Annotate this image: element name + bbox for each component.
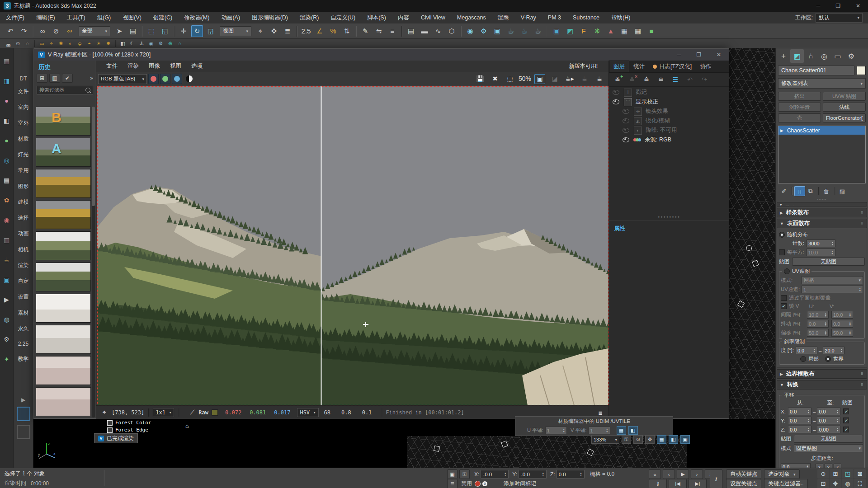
channel-dropdown[interactable]: RGB 颜色 [AB] ▾	[98, 74, 147, 84]
render-viewport-teapot-icon[interactable]: ☕	[579, 74, 590, 84]
target-light-icon[interactable]: ⌖	[47, 40, 56, 47]
wheel-tool-icon[interactable]: ✿	[2, 195, 12, 205]
schematic-view-icon[interactable]: ⬡	[446, 25, 458, 37]
timeline-frame-icon[interactable]: ▣	[680, 435, 690, 444]
left-tab-4[interactable]: 灯光	[18, 151, 29, 159]
local-radio[interactable]	[800, 356, 806, 362]
dome-light-icon[interactable]: ◓	[85, 40, 94, 47]
timeline-keys-icon[interactable]: ◧	[669, 435, 678, 444]
menu-item-18[interactable]: Substance	[567, 12, 605, 23]
menu-item-12[interactable]: 内容	[392, 12, 415, 23]
stack-item-chaosscatter[interactable]: ▶ ChaosScatter	[778, 126, 865, 135]
select-object-icon[interactable]: ➤	[113, 25, 125, 37]
menu-item-4[interactable]: 视图(V)	[117, 12, 147, 23]
viewport-layout-button-2[interactable]	[17, 425, 30, 439]
layers-tab-0[interactable]: 图层	[609, 61, 629, 72]
layer-row-1[interactable]: ⌒显示校正	[609, 97, 729, 107]
stop-render-icon[interactable]: ☕	[594, 74, 605, 84]
spot-light-icon[interactable]: ◐	[66, 40, 75, 47]
layer-manager-icon[interactable]: ▤	[405, 25, 417, 37]
menu-item-6[interactable]: 修改器(M)	[178, 12, 215, 23]
reference-coordinate-dropdown[interactable]: 视图▾	[220, 26, 251, 36]
select-by-name-icon[interactable]: ▤	[127, 25, 139, 37]
uv-mode-dropdown[interactable]: 网格▾	[802, 276, 863, 284]
axis-map-checkbox[interactable]: ✔	[843, 408, 849, 414]
remove-modifier-icon[interactable]: 🗑	[821, 186, 832, 196]
render-last-icon[interactable]: ☕	[532, 25, 544, 37]
history-save-icon[interactable]: ⊞	[37, 74, 47, 83]
menu-item-9[interactable]: 渲染(R)	[294, 12, 325, 23]
select-and-link-icon[interactable]: ∞	[37, 25, 48, 37]
unlink-selection-icon[interactable]: ⊘	[50, 25, 62, 37]
layer-row-5[interactable]: 来源: RGB	[609, 135, 729, 145]
previous-frame-button[interactable]: ‹	[663, 469, 675, 479]
to-field[interactable]: 0.0▲▼	[817, 417, 840, 424]
viewport-wireframe-right[interactable]	[729, 48, 775, 468]
per-square-checkbox[interactable]	[779, 249, 785, 255]
load-layers-icon[interactable]: ≘	[655, 74, 667, 85]
from-field[interactable]: 0.0▲▼	[788, 408, 811, 415]
set-key-button[interactable]: 设置关键点	[726, 479, 761, 488]
timeline-lock-icon[interactable]: ⚿	[622, 435, 631, 444]
rendered-frame-window-icon[interactable]: ▣	[491, 25, 503, 37]
vfb-menu-2[interactable]: 图像	[149, 62, 160, 70]
udim-apply-icon[interactable]: ▦	[617, 426, 626, 435]
zoom-extents-all-icon[interactable]: ⊠	[854, 469, 866, 479]
vfb-menu-3[interactable]: 视图	[170, 62, 181, 70]
uv-u-field[interactable]: 0.0▲▼	[807, 320, 829, 328]
vfb-title-bar[interactable]: V V-Ray 帧缓冲区 - [100.0% of 1280 x 720] ─ …	[34, 49, 729, 61]
deg-to-field[interactable]: 20.0▲▼	[823, 347, 844, 354]
omni-light-icon[interactable]: ✺	[57, 40, 65, 47]
layers-tool-icon[interactable]: ▥	[2, 235, 12, 245]
uv-u-field[interactable]: 10.0▲▼	[807, 311, 829, 319]
bind-to-space-warp-icon[interactable]: ∾	[64, 25, 75, 37]
house-template-icon[interactable]: ⌂	[175, 40, 184, 47]
forest-pack-icon[interactable]: F	[578, 25, 590, 37]
selection-filter-dropdown[interactable]: 全部▾	[79, 26, 110, 36]
uv-channel-field[interactable]: 1▲▼	[802, 286, 863, 293]
menu-item-7[interactable]: 动画(A)	[215, 12, 246, 23]
keyboard-override-icon[interactable]: ≣	[282, 25, 293, 37]
delete-layer-icon[interactable]: ≗×	[626, 74, 638, 85]
make-unique-icon[interactable]: ⧉	[805, 186, 816, 196]
count-field[interactable]: 3000▲▼	[807, 239, 835, 247]
history-search-input[interactable]: 搜索过滤器	[37, 86, 93, 94]
close-button[interactable]: ✕	[848, 0, 868, 12]
maximize-viewport-icon[interactable]: ⛶	[854, 479, 866, 488]
grid-tools-2-icon[interactable]: ▦	[632, 25, 644, 37]
set-keys-icon[interactable]: ⚷	[710, 469, 722, 488]
scene-explorer-icon[interactable]: ◨	[2, 76, 12, 86]
rollout-transform[interactable]: ▼ 转换 ⠿	[777, 380, 867, 389]
visibility-eye-icon[interactable]	[623, 137, 629, 142]
left-tab-9[interactable]: 动画	[18, 230, 29, 238]
layer-row-4[interactable]: ◐降噪: 不可用	[609, 126, 729, 135]
layer-row-3[interactable]: ◭锐化/模糊	[609, 116, 729, 126]
region-render-icon[interactable]: ⬚	[505, 74, 515, 84]
timeline-pan-icon[interactable]: ✥	[645, 435, 655, 444]
spinner-snap-icon[interactable]: ⇅	[341, 25, 353, 37]
vfb-menu-1[interactable]: 渲染	[127, 62, 139, 70]
left-tab-10[interactable]: 相机	[18, 246, 29, 253]
history-thumbnail-3[interactable]	[36, 169, 91, 198]
select-and-manipulate-icon[interactable]: ✥	[268, 25, 280, 37]
light-plane-icon[interactable]: ▭	[38, 40, 46, 47]
blue-channel-button[interactable]	[172, 74, 182, 84]
zoom-extents-icon[interactable]: ◳	[842, 469, 854, 479]
use-pivot-center-icon[interactable]: ⌖	[255, 25, 266, 37]
window-crossing-icon[interactable]: ◱	[159, 25, 171, 37]
per-square-field[interactable]: 10.0▲▼	[807, 249, 835, 256]
undo-icon[interactable]: ↶	[5, 25, 16, 37]
no-map-button[interactable]: 无贴图	[792, 258, 865, 266]
vfb-close-button[interactable]: ✕	[709, 49, 729, 60]
save-image-icon[interactable]: 💾	[475, 74, 486, 84]
lasso-icon[interactable]: ◌	[23, 40, 32, 47]
history-thumbnail-2[interactable]: A	[36, 138, 91, 167]
left-tab-5[interactable]: 常用	[18, 167, 29, 174]
history-scrollbar[interactable]	[92, 107, 95, 418]
history-thumbnail-8[interactable]	[36, 325, 91, 354]
history-thumbnail-7[interactable]	[36, 294, 91, 323]
vfb-menu-4[interactable]: 选项	[191, 62, 203, 70]
history-thumbnail-4[interactable]	[36, 200, 91, 229]
play-tool-icon[interactable]: ▶	[2, 295, 12, 305]
monochrome-button[interactable]	[186, 75, 193, 82]
